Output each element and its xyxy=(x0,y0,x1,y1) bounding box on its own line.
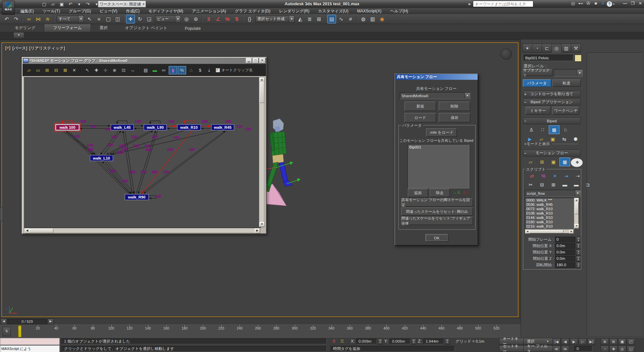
insert-clip-icon[interactable]: ▬ xyxy=(559,180,570,189)
maximize-viewport-icon[interactable]: ◱ xyxy=(627,346,635,352)
time-tag-field[interactable]: 時間タグを追加 xyxy=(331,346,455,352)
new-button[interactable]: 新規 xyxy=(405,102,436,111)
selection-filter-dropdown[interactable]: すべて ▼ xyxy=(57,15,84,22)
cut-icon[interactable]: ✂ xyxy=(525,180,536,189)
zoom-icon[interactable]: ⊕ xyxy=(601,338,609,345)
ribbon-tab[interactable]: Populate xyxy=(176,25,209,32)
save-mfe-icon[interactable]: ▣ xyxy=(548,158,559,166)
get-biped-icon[interactable]: ♙→ xyxy=(462,190,470,195)
previous-frame-button[interactable]: ◀ xyxy=(1,318,7,325)
render-setup-icon[interactable]: ◍ xyxy=(359,15,368,23)
select-and-move-icon[interactable]: ✚ xyxy=(126,15,135,23)
angle-snap-icon[interactable]: ∠ xyxy=(214,15,222,23)
communication-center-icon[interactable]: ✇ xyxy=(586,1,590,6)
vertical-scrollbar[interactable]: ▲ ▼ xyxy=(259,77,264,227)
select-clip-icon[interactable]: ↖ xyxy=(83,66,92,74)
create-transition-icon[interactable]: ⊞ xyxy=(43,66,51,74)
open-mini-trackbar-icon[interactable]: ⇅ xyxy=(3,327,11,336)
trajectory-tab-button[interactable]: 軌道 xyxy=(552,79,581,87)
window-crossing-icon[interactable]: ◫ xyxy=(113,15,122,23)
create-transition-script-icon[interactable]: ⇥ xyxy=(561,172,572,180)
zoom-icon[interactable]: ⊕ xyxy=(110,66,119,74)
restore-button[interactable]: ❐ xyxy=(631,1,635,6)
moflow-window-titlebar[interactable]: *SHARED* モーション フロー グラフ : SharedMoflow0 ▁… xyxy=(22,58,266,64)
show-percentage-icon[interactable]: % xyxy=(178,66,186,74)
y-coordinate-field[interactable]: 0.005m xyxy=(390,339,411,344)
transition-edge[interactable] xyxy=(184,121,194,124)
undo-caret-icon[interactable]: ▾ xyxy=(75,0,83,8)
menu-item[interactable]: 作成(C) xyxy=(122,8,144,14)
load-mfe-icon[interactable]: ▱ xyxy=(525,158,536,166)
snap-toggle-3d-icon[interactable]: 3 xyxy=(204,15,213,23)
paste-icon[interactable]: ⊞ xyxy=(548,180,559,189)
spinner-arrows[interactable]: ▲▼ xyxy=(576,243,581,249)
fit-view-icon[interactable]: ↔ xyxy=(128,66,137,74)
menu-item[interactable]: アニメーション(A) xyxy=(187,8,230,14)
ribbon-tab[interactable]: フリーフォーム xyxy=(44,24,91,32)
mixer-button[interactable]: ミキサー xyxy=(526,107,550,115)
list-item[interactable]: Bip001 xyxy=(409,145,468,149)
transition-edge[interactable] xyxy=(117,121,127,124)
spinner-value-field[interactable]: 0.0m xyxy=(555,256,575,261)
scroll-thumb[interactable] xyxy=(529,230,564,233)
list-item[interactable]: 0180: walk_R10 xyxy=(525,220,574,224)
clip-node-walk_L90[interactable]: walk_L90 xyxy=(144,124,167,130)
delete-clip-icon[interactable]: ⊠ xyxy=(61,66,69,74)
optimize-transition-icon[interactable]: ⊟ xyxy=(52,66,60,74)
delete-button[interactable]: 削除 xyxy=(439,102,470,111)
list-item[interactable]: 0000: WALK *** xyxy=(525,198,574,202)
dialog-titlebar[interactable]: 共有モーション フロー xyxy=(395,74,478,80)
random-motion-icon[interactable]: % xyxy=(538,172,549,180)
utilities-tab[interactable]: ⚒ xyxy=(571,44,581,53)
list-item[interactable]: 0036: walk_R45 xyxy=(525,202,574,207)
remove-button[interactable]: 除去 xyxy=(430,189,450,197)
spinner-snap-icon[interactable]: ⇅ xyxy=(232,15,241,23)
new-scene-icon[interactable]: ▢ xyxy=(40,0,48,8)
next-frame-button[interactable]: ▶ xyxy=(48,318,54,325)
z-coordinate-field[interactable]: 1.944m xyxy=(423,339,444,344)
transition-edge[interactable] xyxy=(150,121,160,124)
undo-icon[interactable]: ↶ xyxy=(66,0,74,8)
minimize-button[interactable]: — xyxy=(623,1,627,6)
horizontal-scrollbar[interactable]: ◀ ▶ xyxy=(24,228,260,233)
mixer-mode-icon[interactable]: ♘ xyxy=(560,125,571,134)
transition-edge[interactable] xyxy=(142,130,192,193)
percent-snap-icon[interactable]: % xyxy=(223,15,232,23)
selection-pin-icon[interactable]: ⚲ xyxy=(331,338,337,344)
scroll-right-icon[interactable]: ▶ xyxy=(569,230,574,234)
set-key-button[interactable]: セットキー xyxy=(499,345,526,352)
select-by-name-icon[interactable]: ≡ xyxy=(95,15,103,23)
scroll-down-icon[interactable]: ▼ xyxy=(259,222,265,227)
menu-item[interactable]: モディファイヤ(M) xyxy=(144,8,187,14)
active-clip-indicator-icon[interactable]: ▬ xyxy=(151,66,159,74)
align-icon[interactable]: ≣ xyxy=(305,15,314,23)
script-list-icon[interactable]: ≔ xyxy=(160,66,168,74)
delete-icon[interactable]: ✕ xyxy=(70,66,78,74)
field-of-view-icon[interactable]: ◔ xyxy=(601,346,609,352)
redo-icon[interactable]: ↷ xyxy=(12,15,20,23)
define-script-icon[interactable]: ⇄ xyxy=(527,172,537,180)
copy-icon[interactable]: ⊟ xyxy=(537,180,547,189)
list-item[interactable]: 0216: walk_R10 xyxy=(525,224,574,229)
y-spinner[interactable]: ▲▼ xyxy=(411,338,416,345)
rollout-assign-controller[interactable]: +コントローラを割り当て xyxy=(523,91,581,98)
add-button[interactable]: 追加 xyxy=(408,189,428,197)
spinner-arrows[interactable]: ▲▼ xyxy=(576,249,581,255)
close-button[interactable]: ✕ xyxy=(259,58,265,63)
frame-number-field[interactable]: 0 xyxy=(574,346,592,352)
sign-in-key-icon[interactable]: ⊷ xyxy=(578,1,583,6)
clip-node-walk_L10[interactable]: walk_L10 xyxy=(90,155,113,161)
menu-item[interactable]: MAXScript(X) xyxy=(353,9,386,13)
scroll-up-icon[interactable]: ▲ xyxy=(259,77,265,82)
previous-frame-icon[interactable]: ◀ xyxy=(561,338,569,345)
clip-node-walk_R45[interactable]: walk_R45 xyxy=(211,124,234,130)
play-animation-icon[interactable]: ▶ xyxy=(570,338,578,345)
scroll-right-icon[interactable]: ▶ xyxy=(255,228,260,233)
clip-node-walk_R10[interactable]: walk_R10 xyxy=(177,124,201,130)
rollout-biped[interactable]: −Biped xyxy=(523,117,581,124)
named-selection-sets-dropdown[interactable]: 選択セット作成 ▼ xyxy=(255,15,294,22)
open-file-icon[interactable]: ▱ xyxy=(49,0,57,8)
menu-item[interactable]: グラフ エディタ(D) xyxy=(230,8,275,14)
cost-icon[interactable]: $ xyxy=(196,66,204,74)
menu-item[interactable]: カスタマイズ(U) xyxy=(314,8,353,14)
